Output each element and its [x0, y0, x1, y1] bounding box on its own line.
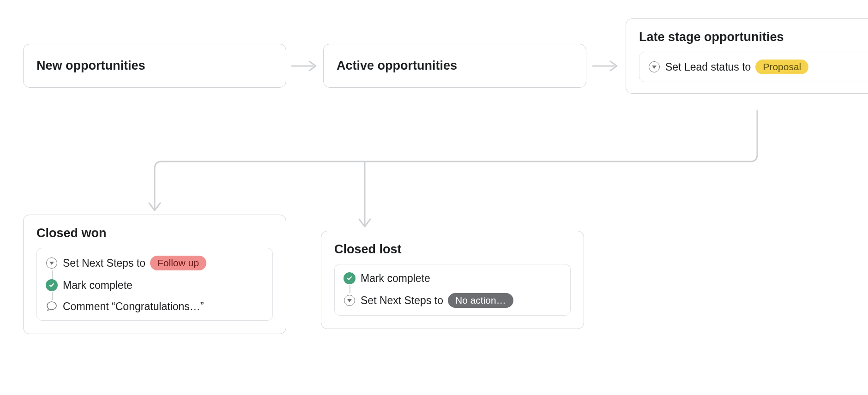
- stage-title: Closed won: [36, 226, 273, 240]
- status-pill-proposal: Proposal: [755, 60, 808, 74]
- connector-line: [350, 285, 350, 293]
- comment-icon: [45, 300, 58, 313]
- rule-list: Set Lead status to Proposal: [639, 52, 868, 82]
- arrow-icon: [291, 59, 319, 73]
- rule-text: Mark complete: [361, 272, 430, 285]
- rule-mark-complete[interactable]: Mark complete: [343, 272, 562, 285]
- status-pill-no-action: No action…: [448, 293, 513, 308]
- rule-text: Comment “Congratulations…”: [63, 300, 204, 313]
- stage-active-opportunities[interactable]: Active opportunities: [323, 44, 586, 88]
- rule-set-next-steps[interactable]: Set Next Steps to No action…: [343, 293, 562, 308]
- connector-line: [52, 270, 53, 279]
- rule-text: Mark complete: [63, 279, 133, 292]
- status-pill-follow-up: Follow up: [150, 256, 206, 270]
- stage-title: Closed lost: [334, 242, 571, 257]
- stage-closed-won[interactable]: Closed won Set Next Steps to Follow up M…: [23, 215, 286, 334]
- arrow-icon: [592, 59, 620, 73]
- connector-line: [52, 292, 53, 300]
- stage-title: New opportunities: [36, 59, 145, 73]
- dropdown-trigger-icon: [45, 257, 58, 269]
- stage-closed-lost[interactable]: Closed lost Mark complete Set Next Steps…: [321, 231, 584, 329]
- rule-mark-complete[interactable]: Mark complete: [45, 279, 264, 292]
- stage-title: Active opportunities: [337, 59, 457, 73]
- checkmark-icon: [45, 279, 58, 292]
- rule-list: Mark complete Set Next Steps to No actio…: [334, 264, 571, 316]
- checkmark-icon: [343, 272, 356, 285]
- rule-text: Set Next Steps to: [361, 294, 443, 307]
- rule-list: Set Next Steps to Follow up Mark complet…: [36, 248, 273, 321]
- rule-text: Set Lead status to: [665, 61, 751, 73]
- rule-comment[interactable]: Comment “Congratulations…”: [45, 300, 264, 313]
- rule-set-lead-status[interactable]: Set Lead status to Proposal: [648, 60, 867, 74]
- dropdown-trigger-icon: [648, 60, 661, 73]
- dropdown-trigger-icon: [343, 294, 356, 307]
- stage-late-stage-opportunities[interactable]: Late stage opportunities Set Lead status…: [626, 18, 868, 94]
- stage-title: Late stage opportunities: [639, 30, 868, 44]
- stage-new-opportunities[interactable]: New opportunities: [23, 44, 286, 88]
- rule-text: Set Next Steps to: [63, 257, 145, 269]
- rule-set-next-steps[interactable]: Set Next Steps to Follow up: [45, 256, 264, 270]
